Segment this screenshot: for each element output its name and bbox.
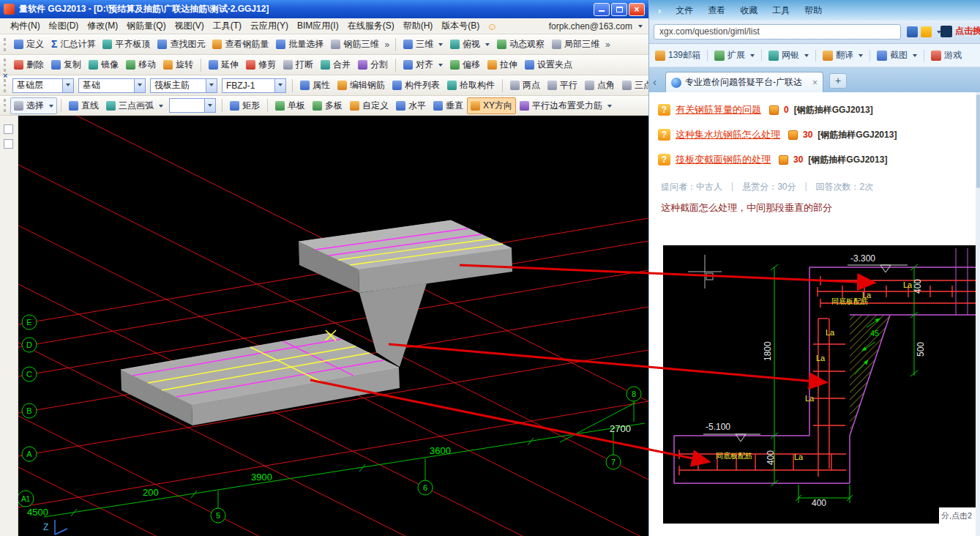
properties-button[interactable]: 属性 xyxy=(296,77,334,94)
toolbar-overflow-icon[interactable]: » xyxy=(382,40,392,50)
break-button[interactable]: 打断 xyxy=(280,56,317,73)
menu-rebar-qty[interactable]: 钢筋量(Q) xyxy=(122,18,170,34)
drag-handle[interactable] xyxy=(4,59,6,72)
set-grips-button[interactable]: 设置夹点 xyxy=(521,56,576,73)
menu-draw[interactable]: 绘图(D) xyxy=(45,18,83,34)
pick-element-button[interactable]: 拾取构件 xyxy=(444,77,498,94)
custom-button[interactable]: 自定义 xyxy=(346,97,392,114)
question-link[interactable]: 筏板变截面钢筋的处理 xyxy=(676,153,771,166)
drag-handle[interactable] xyxy=(4,79,6,92)
apps-grid-icon[interactable] xyxy=(907,26,918,37)
question-link[interactable]: 有关钢筋算量的问题 xyxy=(676,103,761,116)
offset-button[interactable]: 偏移 xyxy=(446,56,484,73)
orbit-button[interactable]: 动态观察 xyxy=(493,36,548,53)
bookmark-ebank[interactable]: 网银 xyxy=(768,49,809,62)
back-chevron-icon[interactable]: ‹ xyxy=(653,75,663,88)
align-slab-top-button[interactable]: 平齐板顶 xyxy=(99,36,154,53)
dock-close-icon[interactable]: × xyxy=(3,71,7,80)
stretch-button[interactable]: 拉伸 xyxy=(484,56,521,73)
select-tool-button[interactable]: 选择 xyxy=(10,97,57,114)
point-angle-axis-button[interactable]: 点角 xyxy=(581,77,618,94)
bookmark-games[interactable]: 游戏 xyxy=(931,49,962,62)
copy-button[interactable]: 复制 xyxy=(48,56,85,73)
browser-menu-tools[interactable]: 工具 xyxy=(772,4,790,17)
combo-button[interactable] xyxy=(204,99,215,112)
floor-combo[interactable]: 基础层 xyxy=(12,78,74,93)
vertical-button[interactable]: 垂直 xyxy=(430,97,467,114)
panel-icon[interactable] xyxy=(4,139,13,149)
skin-link[interactable]: 点击挑 xyxy=(940,25,980,37)
address-input[interactable]: xgx.com/question/giml/list xyxy=(654,24,901,40)
view-rebar-amount-button[interactable]: 查看钢筋量 xyxy=(209,36,272,53)
bookmark-translate[interactable]: 翻译 xyxy=(823,49,863,62)
category-combo[interactable]: 基础 xyxy=(78,78,146,93)
scrollbar[interactable] xyxy=(976,92,980,536)
three-point-aux-axis-button[interactable]: 三点辅轴 xyxy=(618,77,648,94)
two-point-axis-button[interactable]: 两点 xyxy=(506,77,544,94)
minimize-button[interactable] xyxy=(594,3,610,16)
bookmark-screenshot[interactable]: 截图 xyxy=(877,49,917,62)
parallel-edge-rebar-button[interactable]: 平行边布置受力筋 xyxy=(516,97,616,114)
menu-component[interactable]: 构件(N) xyxy=(6,18,45,34)
combo-button[interactable] xyxy=(206,79,217,92)
new-tab-button[interactable]: + xyxy=(829,73,847,89)
line-tool-button[interactable]: 直线 xyxy=(65,97,102,114)
element-name-combo[interactable]: FBZJ-1 xyxy=(222,78,286,93)
tab-close-icon[interactable]: × xyxy=(812,78,818,88)
menu-tools[interactable]: 工具(T) xyxy=(209,18,246,34)
mirror-button[interactable]: 镜像 xyxy=(85,56,122,73)
define-button[interactable]: 定义 xyxy=(10,36,48,53)
drag-handle[interactable] xyxy=(4,38,6,51)
combo-button[interactable] xyxy=(62,79,73,92)
viewport-3d[interactable]: E D C B A A1 5 6 7 8 4500 200 3900 3600 … xyxy=(18,116,648,536)
menu-version[interactable]: 版本号(B) xyxy=(437,18,484,34)
delete-button[interactable]: 删除 xyxy=(10,56,48,73)
local-3d-button[interactable]: 局部三维 xyxy=(548,36,603,53)
tab-qa-platform[interactable]: 专业造价问题答疑平台-广联达 × xyxy=(665,72,823,92)
toolbar-overflow-icon[interactable]: » xyxy=(603,40,613,50)
find-element-button[interactable]: 查找图元 xyxy=(154,36,209,53)
question-link[interactable]: 这种集水坑钢筋怎么处理 xyxy=(676,128,780,141)
browser-menu-help[interactable]: 帮助 xyxy=(804,4,822,17)
rotate-button[interactable]: 旋转 xyxy=(160,56,197,73)
lightning-icon[interactable] xyxy=(921,26,932,37)
combo-button[interactable] xyxy=(274,79,285,92)
restore-button[interactable] xyxy=(611,3,627,16)
menu-bim[interactable]: BIM应用(I) xyxy=(293,18,343,34)
element-list-button[interactable]: 构件列表 xyxy=(389,77,444,94)
xy-direction-button[interactable]: XY方向 xyxy=(467,97,516,114)
extend-button[interactable]: 延伸 xyxy=(205,56,242,73)
merge-button[interactable]: 合并 xyxy=(317,56,354,73)
menu-online-service[interactable]: 在线服务(S) xyxy=(343,18,399,34)
scrollbar-thumb[interactable] xyxy=(976,94,980,188)
horizontal-button[interactable]: 水平 xyxy=(392,97,430,114)
rebar-type-combo[interactable]: 筏板主筋 xyxy=(150,78,217,93)
menu-help[interactable]: 帮助(H) xyxy=(399,18,438,34)
rectangle-tool-button[interactable]: 矩形 xyxy=(226,97,263,114)
drag-handle[interactable] xyxy=(4,99,6,112)
bookmark-139-mail[interactable]: 139邮箱 xyxy=(655,49,700,62)
title-bar[interactable]: 量软件 GGJ2013 - [D:\预结算及抽筋\广联达抽筋\测试-2.GGJ1… xyxy=(0,0,648,18)
menu-view[interactable]: 视图(V) xyxy=(171,18,209,34)
three-point-arc-button[interactable]: 三点画弧 xyxy=(102,97,167,114)
account-dropdown[interactable]: forpk.chen@163.com xyxy=(549,21,643,31)
smiley-icon[interactable]: ☺ xyxy=(484,21,500,32)
close-button[interactable]: × xyxy=(629,3,645,16)
browser-menu-favorites[interactable]: 收藏 xyxy=(740,4,758,17)
trim-button[interactable]: 修剪 xyxy=(242,56,280,73)
top-view-button[interactable]: 俯视 xyxy=(446,36,493,53)
batch-select-button[interactable]: 批量选择 xyxy=(272,36,327,53)
panel-icon[interactable] xyxy=(4,124,13,134)
combo-button[interactable] xyxy=(134,79,145,92)
move-button[interactable]: 移动 xyxy=(122,56,160,73)
edit-rebar-button[interactable]: 编辑钢筋 xyxy=(334,77,389,94)
multi-slab-button[interactable]: 多板 xyxy=(309,97,346,114)
parallel-axis-button[interactable]: 平行 xyxy=(544,77,581,94)
summary-calc-button[interactable]: Σ汇总计算 xyxy=(48,36,99,53)
rebar-3d-button[interactable]: 钢筋三维 xyxy=(327,36,382,53)
single-slab-button[interactable]: 单板 xyxy=(272,97,309,114)
viewport-canvas[interactable]: E D C B A A1 5 6 7 8 4500 200 3900 3600 … xyxy=(18,116,648,536)
align-button[interactable]: 对齐 xyxy=(400,56,446,73)
menu-cloud[interactable]: 云应用(Y) xyxy=(246,18,293,34)
split-button[interactable]: 分割 xyxy=(354,56,392,73)
